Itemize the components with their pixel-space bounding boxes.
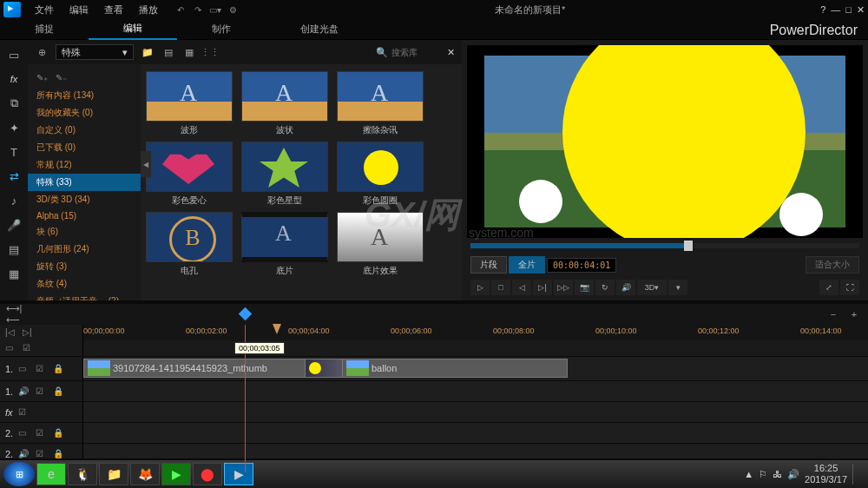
subtitle-room-icon[interactable]: ▤	[5, 241, 23, 257]
pen-del-icon[interactable]: ✎₋	[56, 73, 68, 83]
fast-fwd-icon[interactable]: ▷▷	[554, 280, 573, 295]
taskbar-firefox[interactable]: 🦊	[130, 463, 160, 485]
transition-clip[interactable]	[305, 359, 343, 378]
category-item[interactable]: 常规 (12)	[28, 156, 141, 174]
taskbar-app-1[interactable]: e	[36, 463, 66, 485]
category-item[interactable]: 已下载 (0)	[28, 139, 141, 156]
settings-icon[interactable]: ⚙	[226, 3, 240, 16]
category-item[interactable]: 特殊 (33)	[28, 174, 141, 191]
collapse-panel-icon[interactable]: ◀	[141, 151, 151, 177]
fullscreen-icon[interactable]: ⛶	[840, 280, 859, 295]
audio-room-icon[interactable]: ♪	[5, 193, 23, 208]
category-item[interactable]: 块 (6)	[28, 223, 141, 241]
volume-icon[interactable]: 🔊	[616, 280, 635, 295]
tray-flag-icon[interactable]: ⚐	[759, 469, 767, 480]
full-button[interactable]: 全片	[509, 256, 545, 274]
category-item[interactable]: 旋转 (3)	[28, 258, 141, 275]
play-icon[interactable]: ▷	[470, 280, 490, 295]
menu-play[interactable]: 播放	[132, 2, 165, 18]
prev-frame-icon[interactable]: ◁	[512, 280, 531, 295]
category-item[interactable]: 几何图形 (24)	[28, 241, 141, 258]
new-folder-icon[interactable]: 📁	[141, 45, 155, 59]
loop-icon[interactable]: ↻	[595, 280, 615, 295]
marker-icon[interactable]	[273, 324, 281, 334]
start-button[interactable]: ⊞	[3, 462, 35, 486]
3d-combo[interactable]: 3D▾	[637, 280, 667, 295]
help-icon[interactable]: ?	[820, 4, 825, 16]
taskbar-app-3[interactable]: ▶	[161, 463, 191, 485]
grid-view-icon[interactable]: ▦	[182, 45, 196, 59]
fit-size-combo[interactable]: 适合大小	[806, 256, 859, 274]
fx-room-icon[interactable]: fx	[5, 71, 23, 87]
zoom-out-icon[interactable]: −	[826, 307, 840, 321]
category-item[interactable]: 音频（适用于音… (2)	[28, 293, 141, 300]
category-item[interactable]: 所有内容 (134)	[28, 87, 141, 104]
category-item[interactable]: Alpha (15)	[28, 208, 141, 223]
marker-next-icon[interactable]: ▷|	[23, 327, 35, 338]
thumbnail-item[interactable]: 波形	[144, 71, 234, 136]
search-box[interactable]: 🔍 ✕	[376, 47, 455, 58]
split-tool-icon[interactable]: ⟷|⟵	[7, 307, 21, 321]
zoom-in-icon[interactable]: +	[847, 307, 861, 321]
audio-track-icon[interactable]: 🔊	[18, 386, 30, 397]
stop-icon[interactable]: □	[491, 280, 510, 295]
thumbnail-item[interactable]: 彩色爱心	[144, 142, 234, 207]
clip-2[interactable]: ballon	[342, 359, 568, 378]
pen-add-icon[interactable]: ✎₊	[36, 73, 49, 83]
transition-room-icon[interactable]: ⇄	[5, 168, 23, 184]
aspect-combo[interactable]: ▭▾	[208, 3, 222, 16]
undo-icon[interactable]: ↶	[174, 3, 187, 16]
detail-view-icon[interactable]: ▤	[161, 45, 175, 59]
thumbnail-item[interactable]: 电孔	[144, 212, 234, 277]
tab-produce[interactable]: 制作	[177, 19, 266, 39]
video-track-icon[interactable]: ▭	[18, 364, 30, 374]
search-clear-icon[interactable]: ✕	[447, 47, 455, 58]
thumbnail-item[interactable]: 彩色圆圈	[335, 142, 425, 207]
taskbar-record[interactable]: ⬤	[193, 463, 222, 485]
segment-button[interactable]: 片段	[470, 256, 507, 274]
chapter-room-icon[interactable]: ▦	[5, 266, 23, 281]
redo-icon[interactable]: ↷	[191, 3, 205, 16]
taskbar-app-2[interactable]: 🐧	[68, 463, 97, 485]
taskbar-powerdirector[interactable]: ▶	[224, 463, 253, 485]
voice-room-icon[interactable]: 🎤	[5, 217, 23, 233]
close-icon[interactable]: ✕	[857, 4, 865, 16]
time-ruler[interactable]: 00;00;00:0000;00;02:0000;00;04:0000;00;0…	[83, 325, 868, 340]
menu-file[interactable]: 文件	[28, 2, 61, 18]
menu-edit[interactable]: 编辑	[62, 2, 95, 18]
search-input[interactable]	[391, 48, 444, 57]
tray-clock[interactable]: 16:252019/3/17	[805, 463, 847, 485]
thumbnail-item[interactable]: 底片效果	[335, 212, 425, 277]
maximize-icon[interactable]: □	[845, 4, 852, 16]
next-frame-icon[interactable]: ▷|	[533, 280, 552, 295]
thumbnail-item[interactable]: 波状	[240, 71, 330, 136]
title-room-icon[interactable]: T	[5, 144, 23, 160]
sort-icon[interactable]: ⋮⋮	[203, 45, 217, 59]
media-room-icon[interactable]: ▭	[5, 47, 23, 63]
thumbnail-item[interactable]: 擦除杂讯	[335, 71, 425, 136]
pip-room-icon[interactable]: ⧉	[5, 96, 23, 111]
tray-volume-icon[interactable]: 🔊	[787, 469, 799, 480]
category-item[interactable]: 3D/类 3D (34)	[28, 191, 141, 208]
minimize-icon[interactable]: —	[831, 4, 840, 16]
tab-disc[interactable]: 创建光盘	[266, 19, 373, 39]
taskbar-explorer[interactable]: 📁	[99, 463, 128, 485]
tray-up-icon[interactable]: ▲	[744, 469, 753, 479]
show-desktop[interactable]	[852, 464, 859, 485]
category-item[interactable]: 我的收藏夹 (0)	[28, 104, 141, 122]
lock-icon[interactable]: 🔒	[53, 364, 65, 374]
thumbnail-item[interactable]: 底片	[240, 212, 330, 277]
thumbnail-item[interactable]: 彩色星型	[240, 142, 330, 207]
track-check-icon[interactable]: ▭	[5, 343, 17, 353]
category-item[interactable]: 条纹 (4)	[28, 275, 141, 293]
undock-icon[interactable]: ⤢	[819, 280, 838, 295]
quality-combo[interactable]: ▾	[668, 280, 687, 295]
category-combo[interactable]: 特殊▾	[56, 44, 134, 60]
tab-edit[interactable]: 编辑	[89, 18, 177, 40]
preview-viewport[interactable]	[467, 45, 863, 238]
track-check2-icon[interactable]: ☑	[23, 343, 35, 353]
import-icon[interactable]: ⊕	[35, 45, 49, 59]
category-item[interactable]: 自定义 (0)	[28, 122, 141, 139]
clip-1[interactable]: 39107284-1411954415923_mthumb	[83, 359, 328, 378]
particle-room-icon[interactable]: ✦	[5, 120, 23, 135]
